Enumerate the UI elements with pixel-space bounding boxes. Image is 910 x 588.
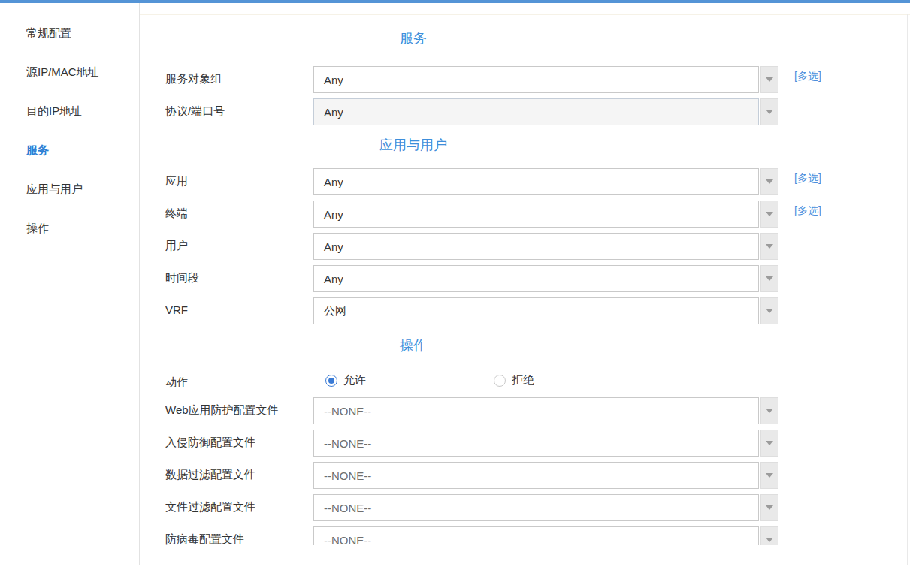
select-value: --NONE-- — [324, 405, 371, 418]
form-row-terminal: 终端 Any [多选] — [165, 201, 910, 228]
dropdown-arrow-button[interactable] — [760, 526, 778, 545]
select-value: --NONE-- — [324, 437, 371, 450]
terminal-select[interactable]: Any — [313, 201, 759, 228]
radio-label: 允许 — [343, 373, 366, 387]
form-row-web-app-protection: Web应用防护配置文件 --NONE-- — [165, 397, 910, 424]
action-radio-group: 允许 拒绝 — [313, 369, 534, 387]
dropdown-arrow-button[interactable] — [760, 168, 778, 195]
select-value: Any — [324, 240, 343, 253]
row-label: 应用 — [165, 168, 313, 188]
select-value: --NONE-- — [324, 502, 371, 514]
form-row-application: 应用 Any [多选] — [165, 168, 910, 195]
section-title-service: 服务 — [165, 29, 661, 47]
service-object-group-select[interactable]: Any — [313, 66, 759, 93]
time-range-select[interactable]: Any — [313, 265, 759, 292]
form-row-action: 动作 允许 拒绝 — [165, 369, 910, 392]
sidebar-item-service[interactable]: 服务 — [0, 131, 139, 170]
form-row-vrf: VRF 公网 — [165, 297, 910, 324]
select-value: 公网 — [324, 304, 346, 318]
main-panel: 常规配置 源IP/MAC地址 目的IP地址 服务 应用与用户 操作 服务 服务对… — [0, 3, 910, 565]
dropdown-arrow-button[interactable] — [760, 430, 778, 457]
section-title-app-user: 应用与用户 — [165, 136, 661, 154]
row-label: 数据过滤配置文件 — [165, 462, 313, 482]
section-title-action: 操作 — [165, 336, 661, 354]
form-row-intrusion-prevention: 入侵防御配置文件 --NONE-- — [165, 430, 910, 457]
sidebar-item-source-ip-mac[interactable]: 源IP/MAC地址 — [0, 53, 139, 92]
select-value: Any — [324, 208, 343, 221]
chevron-down-icon — [766, 409, 773, 413]
multi-select-link[interactable]: [多选] — [794, 172, 821, 185]
radio-deny[interactable]: 拒绝 — [494, 373, 534, 387]
sidebar: 常规配置 源IP/MAC地址 目的IP地址 服务 应用与用户 操作 — [0, 3, 140, 565]
row-label: 用户 — [165, 233, 313, 253]
dropdown-arrow-button[interactable] — [760, 201, 778, 228]
chevron-down-icon — [766, 505, 773, 510]
row-label: Web应用防护配置文件 — [165, 397, 313, 418]
chevron-down-icon — [766, 77, 773, 82]
row-label: 协议/端口号 — [165, 98, 313, 119]
chevron-down-icon — [766, 441, 773, 445]
row-label: 防病毒配置文件 — [165, 526, 313, 545]
radio-allow[interactable]: 允许 — [325, 373, 366, 387]
select-value: Any — [324, 176, 343, 188]
dropdown-arrow-button[interactable] — [760, 397, 778, 424]
row-label: 入侵防御配置文件 — [165, 430, 313, 450]
chevron-down-icon — [766, 538, 773, 542]
application-select[interactable]: Any — [313, 168, 759, 195]
chevron-down-icon — [766, 276, 773, 281]
radio-selected-icon — [325, 375, 337, 387]
chevron-down-icon — [766, 244, 773, 249]
chevron-down-icon — [766, 473, 773, 478]
sidebar-item-general-config[interactable]: 常规配置 — [0, 14, 139, 53]
select-value: --NONE-- — [324, 534, 371, 546]
protocol-port-select: Any — [313, 98, 759, 125]
form-content: 服务 服务对象组 Any [多选] 协议/端口号 Any — [141, 3, 910, 545]
form-row-file-filter: 文件过滤配置文件 --NONE-- — [165, 494, 910, 521]
form-row-user: 用户 Any — [165, 233, 910, 260]
dropdown-arrow-button[interactable] — [760, 494, 778, 521]
multi-select-link[interactable]: [多选] — [794, 204, 821, 218]
row-label: VRF — [165, 297, 313, 316]
dropdown-arrow-button[interactable] — [760, 66, 778, 93]
intrusion-prevention-profile-select[interactable]: --NONE-- — [313, 430, 759, 457]
dropdown-arrow-button[interactable] — [760, 297, 778, 324]
data-filter-profile-select[interactable]: --NONE-- — [313, 462, 759, 489]
page: 常规配置 源IP/MAC地址 目的IP地址 服务 应用与用户 操作 服务 服务对… — [0, 0, 910, 588]
row-label: 服务对象组 — [165, 66, 313, 86]
antivirus-profile-select[interactable]: --NONE-- — [313, 526, 759, 545]
dropdown-arrow-button[interactable] — [760, 233, 778, 260]
row-label: 动作 — [165, 369, 313, 390]
form-row-protocol-port: 协议/端口号 Any — [165, 98, 910, 125]
row-label: 终端 — [165, 201, 313, 221]
web-app-protection-profile-select[interactable]: --NONE-- — [313, 397, 759, 424]
chevron-down-icon — [766, 309, 773, 313]
row-label: 文件过滤配置文件 — [165, 494, 313, 514]
form-row-service-object-group: 服务对象组 Any [多选] — [165, 66, 910, 93]
select-value: Any — [324, 106, 343, 119]
file-filter-profile-select[interactable]: --NONE-- — [313, 494, 759, 521]
form-row-time-range: 时间段 Any — [165, 265, 910, 292]
user-select[interactable]: Any — [313, 233, 759, 260]
vrf-select[interactable]: 公网 — [313, 297, 759, 324]
sidebar-item-action[interactable]: 操作 — [0, 209, 139, 248]
dropdown-arrow-button — [760, 98, 778, 125]
chevron-down-icon — [766, 110, 773, 114]
select-value: --NONE-- — [324, 469, 371, 482]
sidebar-item-dest-ip[interactable]: 目的IP地址 — [0, 92, 139, 131]
select-value: Any — [324, 74, 343, 86]
form-row-data-filter: 数据过滤配置文件 --NONE-- — [165, 462, 910, 489]
sidebar-item-app-user[interactable]: 应用与用户 — [0, 170, 139, 209]
form-row-antivirus: 防病毒配置文件 --NONE-- — [165, 526, 910, 545]
multi-select-link[interactable]: [多选] — [794, 70, 821, 83]
chevron-down-icon — [766, 179, 773, 184]
dropdown-arrow-button[interactable] — [760, 265, 778, 292]
radio-unselected-icon — [494, 375, 506, 387]
dropdown-arrow-button[interactable] — [760, 462, 778, 489]
chevron-down-icon — [766, 212, 773, 216]
row-label: 时间段 — [165, 265, 313, 285]
select-value: Any — [324, 273, 343, 285]
radio-label: 拒绝 — [512, 373, 534, 387]
